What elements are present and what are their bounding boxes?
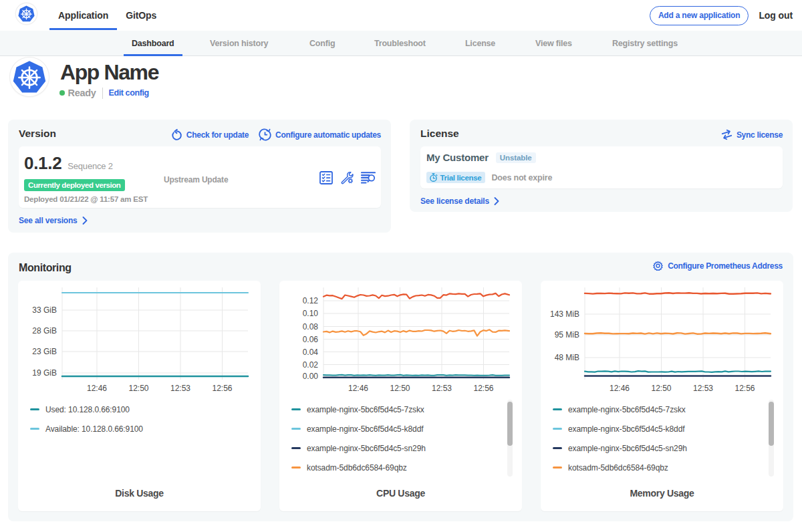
svg-text:33 GiB: 33 GiB (32, 305, 57, 315)
svg-text:12:50: 12:50 (651, 384, 671, 393)
svg-text:12:46: 12:46 (348, 384, 368, 393)
svg-text:12:53: 12:53 (170, 384, 190, 393)
svg-text:0.04: 0.04 (303, 348, 319, 357)
svg-text:12:46: 12:46 (87, 384, 107, 393)
svg-text:12:53: 12:53 (693, 384, 713, 393)
svg-text:0.08: 0.08 (303, 322, 319, 331)
svg-text:143 MiB: 143 MiB (550, 309, 579, 319)
svg-text:0.00: 0.00 (303, 372, 319, 381)
svg-text:0.10: 0.10 (303, 309, 319, 318)
svg-text:0.02: 0.02 (303, 360, 319, 370)
svg-text:28 GiB: 28 GiB (32, 326, 57, 336)
svg-text:0.12: 0.12 (303, 296, 319, 305)
svg-text:95 MiB: 95 MiB (555, 330, 579, 340)
svg-text:12:56: 12:56 (473, 384, 493, 393)
svg-text:12:50: 12:50 (390, 384, 410, 393)
svg-text:12:53: 12:53 (432, 384, 452, 393)
svg-text:19 GiB: 19 GiB (32, 368, 57, 378)
svg-text:23 GiB: 23 GiB (32, 347, 57, 356)
svg-text:12:56: 12:56 (212, 384, 232, 393)
svg-text:12:56: 12:56 (734, 384, 755, 393)
svg-text:12:50: 12:50 (128, 384, 148, 393)
svg-text:12:46: 12:46 (610, 384, 630, 393)
svg-text:0.06: 0.06 (303, 335, 319, 344)
svg-text:48 MiB: 48 MiB (555, 353, 579, 362)
